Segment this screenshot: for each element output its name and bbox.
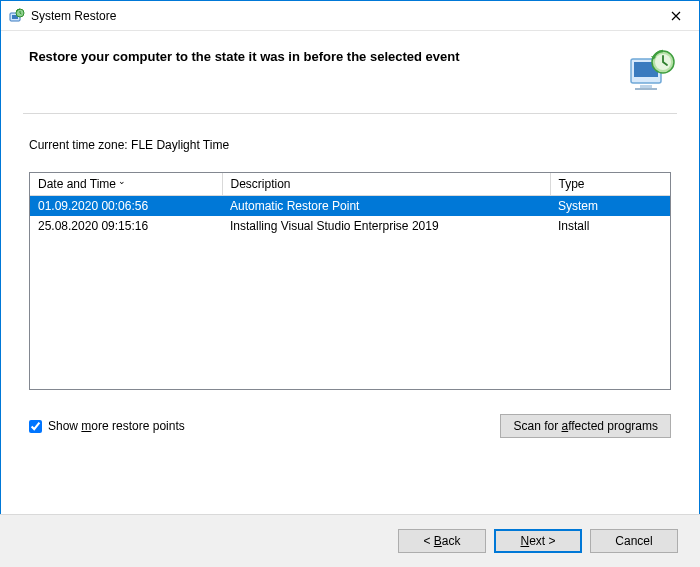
show-more-checkbox-row[interactable]: Show more restore points [29,419,185,433]
cell-desc: Installing Visual Studio Enterprise 2019 [222,216,550,236]
window-title: System Restore [31,9,653,23]
svg-rect-5 [640,85,652,88]
column-header-description[interactable]: Description [222,173,550,196]
restore-points-table: Date and Time⌄ Description Type 01.09.20… [29,172,671,390]
column-header-type[interactable]: Type [550,173,670,196]
content-area: Current time zone: FLE Daylight Time Dat… [1,114,699,438]
titlebar: System Restore [1,1,699,31]
sort-indicator-icon: ⌄ [118,176,126,186]
scan-affected-programs-button[interactable]: Scan for affected programs [500,414,671,438]
show-more-label: Show more restore points [48,419,185,433]
close-button[interactable] [653,1,699,31]
page-heading: Restore your computer to the state it wa… [29,49,615,64]
back-button[interactable]: < Back [398,529,486,553]
cell-date: 01.09.2020 00:06:56 [30,196,222,217]
timezone-value: FLE Daylight Time [131,138,229,152]
svg-rect-6 [635,88,657,90]
table-row[interactable]: 01.09.2020 00:06:56Automatic Restore Poi… [30,196,670,217]
cancel-button[interactable]: Cancel [590,529,678,553]
show-more-checkbox[interactable] [29,420,42,433]
cell-desc: Automatic Restore Point [222,196,550,217]
cell-type: Install [550,216,670,236]
header: Restore your computer to the state it wa… [1,31,699,113]
timezone-label: Current time zone: FLE Daylight Time [29,138,671,152]
restore-illustration-icon [627,49,677,93]
wizard-footer: < Back Next > Cancel [0,514,700,567]
system-restore-icon [9,8,25,24]
next-button[interactable]: Next > [494,529,582,553]
table-row[interactable]: 25.08.2020 09:15:16Installing Visual Stu… [30,216,670,236]
cell-date: 25.08.2020 09:15:16 [30,216,222,236]
cell-type: System [550,196,670,217]
column-header-date[interactable]: Date and Time⌄ [30,173,222,196]
